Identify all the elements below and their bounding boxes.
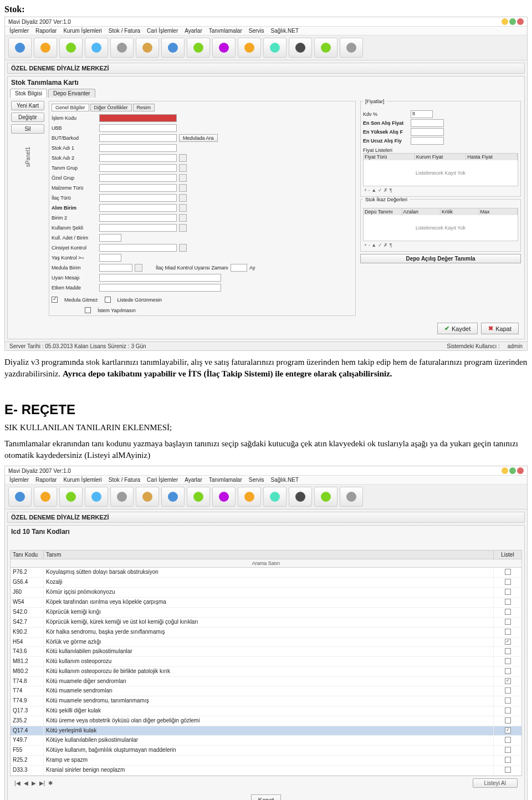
toolbar-button-13[interactable] [340,487,363,507]
menu-item-0[interactable]: İşlemler [9,28,29,34]
cell-check[interactable] [494,706,521,716]
toolbar-button-9[interactable] [238,38,261,58]
row-checkbox[interactable] [505,687,511,694]
toolbar-button-7[interactable] [187,38,210,58]
kapat-button-2[interactable]: Kapat [251,794,282,800]
table-row[interactable]: P76.2Koyulaşmış sütten dolayı barsak obs… [11,568,521,578]
minimize-icon-2[interactable] [502,467,508,474]
table-row[interactable]: T74Kötü muamele sendromları [11,686,521,696]
input-islem-kodu[interactable] [99,114,177,122]
row-checkbox[interactable] [505,589,511,595]
cell-check[interactable] [494,696,521,706]
row-checkbox[interactable] [505,658,511,664]
col-tani-kodu[interactable]: Tanı Kodu [11,551,44,559]
chk-listede-gorunmesin[interactable] [105,297,111,303]
maximize-icon-2[interactable] [509,467,516,474]
pager-first-icon[interactable]: |◀ [14,780,21,786]
row-checkbox[interactable] [505,609,511,615]
table-row[interactable]: T74.9Kötü muamele sendromu, tanımlanmamı… [11,696,521,706]
toolbar-button-0[interactable] [8,38,32,58]
toolbar-button-3[interactable] [85,38,108,58]
cell-check[interactable] [494,608,521,617]
table-row[interactable]: M80.2Kötü kullanım osteoporozu ile birli… [11,667,521,677]
maximize-icon[interactable] [509,18,516,25]
subtab-resim[interactable]: Resim [133,104,155,111]
menu-item-4[interactable]: Cari İşlemler [147,477,178,483]
toolbar-button-0[interactable] [8,487,32,507]
menu-item-5[interactable]: Ayarlar [185,477,202,483]
minimize-icon[interactable] [502,18,508,25]
cell-check[interactable] [494,716,521,726]
drop-stok-adi2[interactable] [179,154,187,162]
row-checkbox[interactable] [505,619,511,625]
toolbar-button-13[interactable] [340,38,363,58]
menu-item-1[interactable]: Raporlar [35,28,57,34]
yeni-kart-button[interactable]: Yeni Kart [11,101,44,110]
table-row[interactable]: W54Köpek tarafından ısırılma veya köpekl… [11,598,521,608]
tab-stok-bilgisi[interactable]: Stok Bilgisi [10,89,47,98]
input-yas[interactable] [99,254,121,262]
table-row[interactable]: H54Körlük ve görme azlığı [11,638,521,647]
input-en-yuksek-alis[interactable] [411,128,444,136]
row-checkbox[interactable] [505,697,511,704]
drop-ozel-grup[interactable] [179,174,187,182]
drop-cinsiyet[interactable] [179,244,187,252]
row-checkbox[interactable] [505,747,511,753]
toolbar-button-7[interactable] [187,487,210,507]
toolbar-button-2[interactable] [59,38,83,58]
row-checkbox[interactable] [505,629,511,635]
row-checkbox[interactable] [505,579,511,585]
input-alim-birim[interactable] [99,204,177,212]
input-ilac-miad[interactable] [231,264,247,272]
cell-check[interactable] [494,746,521,755]
drop-medula-birim[interactable] [135,264,142,272]
input-but-barkod[interactable] [99,134,177,142]
toolbar-button-3[interactable] [85,487,108,507]
cell-check[interactable] [494,628,521,637]
toolbar-button-8[interactable] [212,487,236,507]
row-checkbox[interactable] [505,599,511,605]
row-checkbox[interactable] [505,767,511,773]
pager-star-icon[interactable]: ✱ [48,780,53,786]
row-checkbox[interactable] [505,727,511,733]
menu-item-2[interactable]: Kurum İşlemleri [63,28,101,34]
pager-last-icon[interactable]: ▶| [39,780,45,786]
depo-acilis-button[interactable]: Depo Açılış Değer Tanımla [360,254,521,263]
menu-item-7[interactable]: Servis [249,477,264,483]
subtab-genel[interactable]: Genel Bilgiler [52,104,89,111]
input-ozel-grup[interactable] [99,174,177,182]
toolbar-button-1[interactable] [34,487,57,507]
input-en-son-alis[interactable] [411,119,444,127]
row-checkbox[interactable] [505,707,511,714]
table-row[interactable]: J60Kömür işçisi pnömokonyozu [11,588,521,598]
cell-check[interactable] [494,677,521,686]
input-kdv[interactable]: 8 [411,110,433,118]
input-malzeme-turu[interactable] [99,184,177,192]
menu-item-2[interactable]: Kurum İşlemleri [63,477,101,483]
cell-check[interactable] [494,766,521,775]
pager-next-icon[interactable]: ▶ [32,780,36,786]
input-kull-adet[interactable] [99,234,121,242]
table-row[interactable]: T74.8Kötü muamele diğer sendromları [11,677,521,686]
cell-check[interactable] [494,667,521,676]
table-row[interactable]: Q17.4Kötü yerleşimli kulak [11,726,521,736]
drop-birim2[interactable] [179,214,187,222]
table-row[interactable]: Y49.7Kötüye kullanılabilen psikostimulan… [11,736,521,746]
cell-check[interactable] [494,657,521,666]
menu-item-7[interactable]: Servis [249,28,264,34]
row-checkbox[interactable] [505,757,511,763]
row-checkbox[interactable] [505,639,511,645]
row-checkbox[interactable] [505,569,511,575]
input-stok-adi2[interactable] [99,154,177,162]
table-row[interactable]: Z35.2Kötü üreme veya obstetrik öyküsü ol… [11,716,521,726]
medulada-ara-button[interactable]: Medulada Ara [179,134,218,142]
kaydet-button[interactable]: ✔Kaydet [437,323,478,334]
close-icon[interactable] [517,18,524,25]
toolbar-button-1[interactable] [34,38,57,58]
menu-item-3[interactable]: Stok / Fatura [109,477,140,483]
input-medula-birim[interactable] [99,264,132,272]
menu-item-6[interactable]: Tanımlamalar [209,28,242,34]
grid-nav[interactable]: + - ▲ ✓ ✗ ¶ [364,187,392,193]
toolbar-button-4[interactable] [110,38,134,58]
close-icon-2[interactable] [517,467,524,474]
